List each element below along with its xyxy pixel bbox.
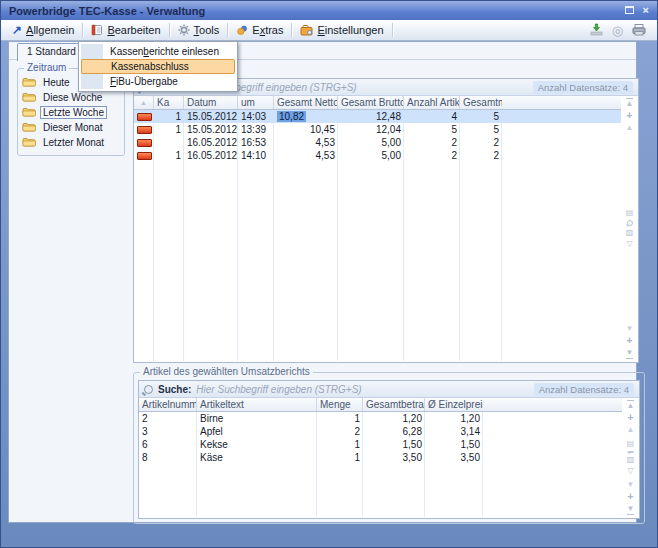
grid-navigator: ▲ + ▲ ▤ ▨ ▽ ▼ + ▼ bbox=[622, 98, 637, 359]
table-row[interactable]: 1 16.05.2012 /Mi 14:10 4,53 5,00 2 2 bbox=[134, 149, 621, 162]
report-icon bbox=[137, 152, 152, 160]
menu-label: Extras bbox=[252, 24, 283, 36]
menu-label: Einstellungen bbox=[317, 24, 383, 36]
grid-header: ▲ Ka Datum um Gesamt Netto Gesamt Brutto… bbox=[134, 96, 621, 110]
sidebar-item-diese-woche[interactable]: Diese Woche bbox=[22, 90, 124, 105]
column-header-netto[interactable]: Gesamt Netto bbox=[274, 96, 338, 109]
grid-body: 2 Birne 1 1,20 1,20 3 Apfel 2 6,28 3,14 bbox=[139, 412, 622, 517]
table-row[interactable]: 16.05.2012 /Mi 16:53 4,53 5,00 2 2 bbox=[134, 136, 621, 149]
filter-icon[interactable]: ▽ bbox=[627, 467, 633, 475]
folder-icon bbox=[22, 136, 36, 149]
menu-tools[interactable]: Tools bbox=[171, 22, 227, 38]
column-header-artikeltext[interactable]: Artikeltext bbox=[197, 398, 317, 411]
menu-einstellungen[interactable]: Einstellungen bbox=[293, 22, 390, 38]
report-icon bbox=[137, 113, 152, 121]
scroll-up-icon[interactable]: ▲ bbox=[627, 426, 635, 434]
menu-allgemein[interactable]: ↗ Allgemein bbox=[5, 22, 81, 38]
zoom-icon[interactable] bbox=[627, 220, 633, 226]
filter-icon[interactable]: ▽ bbox=[626, 240, 632, 248]
sidebar-item-dieser-monat[interactable]: Dieser Monat bbox=[22, 120, 124, 135]
table-row[interactable]: 6 Kekse 1 1,50 1,50 bbox=[139, 438, 622, 451]
edit-icon[interactable]: ▨ bbox=[626, 229, 634, 237]
zoom-icon[interactable] bbox=[628, 451, 634, 453]
window-title: Powerbridge TEC-Kasse - Verwaltung bbox=[9, 5, 205, 17]
column-header-gesamtbetrag[interactable]: Gesamtbetrag bbox=[363, 398, 425, 411]
column-header-artikel[interactable]: Anzahl Artikel bbox=[404, 96, 460, 109]
arrow-ne-icon: ↗ bbox=[12, 24, 22, 36]
close-icon[interactable]: × bbox=[643, 5, 649, 16]
menubar: ↗ Allgemein Bearbeiten Tools Extras Eins… bbox=[1, 20, 657, 41]
column-header-artikelnummer[interactable]: Artikelnummer bbox=[139, 398, 197, 411]
edit-book-icon bbox=[91, 24, 103, 36]
table-row[interactable]: 3 Apfel 2 6,28 3,14 bbox=[139, 425, 622, 438]
folder-icon bbox=[22, 106, 36, 119]
sidebar-item-letzte-woche[interactable]: Letzte Woche bbox=[22, 105, 124, 120]
menu-item-kassenberichte-einlesen[interactable]: Kassenberichte einlesen bbox=[81, 44, 235, 59]
record-count-badge: Anzahl Datensätze: 4 bbox=[533, 81, 633, 94]
search-bar[interactable]: Suche: Hier Suchbegriff eingeben (STRG+S… bbox=[139, 381, 639, 398]
column-header-menge[interactable]: Menge bbox=[317, 398, 363, 411]
grid-view-icon[interactable]: ▤ bbox=[626, 209, 634, 217]
column-header-ka[interactable]: Ka bbox=[154, 96, 184, 109]
page-down-icon[interactable]: + bbox=[628, 492, 634, 502]
scroll-down-icon[interactable]: ▼ bbox=[627, 481, 635, 489]
column-header-icon[interactable]: ▲ bbox=[134, 96, 154, 109]
selected-cell[interactable]: 10,82 bbox=[277, 111, 306, 122]
menu-separator bbox=[392, 23, 393, 37]
folder-icon bbox=[22, 76, 36, 89]
column-header-datum[interactable]: Datum bbox=[184, 96, 238, 109]
edit-icon[interactable]: ▨ bbox=[627, 456, 635, 464]
tab-standard[interactable]: 1 Standard bbox=[17, 43, 86, 61]
page-up-icon[interactable]: + bbox=[627, 111, 633, 121]
scroll-up-icon[interactable]: ▲ bbox=[626, 124, 634, 132]
print-icon[interactable] bbox=[631, 23, 647, 38]
column-header-brutto[interactable]: Gesamt Brutto▲ bbox=[338, 96, 404, 109]
report-icon bbox=[137, 126, 152, 134]
grid-navigator: ▲ + ▲ ▤ ▨ ▽ ▼ + ▼ bbox=[623, 400, 638, 515]
page-up-icon[interactable]: + bbox=[628, 413, 634, 423]
menu-item-fibu-uebergabe[interactable]: FiBu-Übergabe bbox=[81, 74, 235, 89]
group-label: Zeitraum bbox=[24, 62, 69, 73]
scroll-last-icon[interactable]: ▼ bbox=[626, 349, 634, 359]
table-row[interactable]: 1 15.05.2012 /Di 14:03 10,82 12,48 4 5 bbox=[134, 110, 621, 123]
scroll-down-icon[interactable]: ▼ bbox=[626, 325, 634, 333]
menu-bearbeiten[interactable]: Bearbeiten bbox=[84, 22, 167, 38]
sort-asc-icon: ▲ bbox=[140, 99, 147, 106]
grid-view-icon[interactable]: ▤ bbox=[627, 440, 635, 448]
artikel-panel: Suche: Hier Suchbegriff eingeben (STRG+S… bbox=[138, 380, 640, 519]
artikel-grid: Artikelnummer Artikeltext Menge Gesamtbe… bbox=[139, 398, 622, 517]
page-down-icon[interactable]: + bbox=[627, 336, 633, 346]
content-area: 1 Standard Zeitraum Heute Diese Woche Le… bbox=[8, 41, 637, 523]
menu-separator bbox=[82, 23, 83, 37]
column-header-einzelpreis[interactable]: Ø Einzelpreis bbox=[425, 398, 483, 411]
group-label: Artikel des gewählten Umsatzberichts bbox=[140, 366, 313, 377]
titlebar: Powerbridge TEC-Kasse - Verwaltung × bbox=[1, 1, 657, 20]
gear-icon bbox=[178, 24, 190, 36]
table-row[interactable]: 1 15.05.2012 /Di 13:39 10,45 12,04 5 5 bbox=[134, 123, 621, 136]
refresh-icon[interactable]: ◎ bbox=[612, 24, 623, 37]
artikel-groupbox: Artikel des gewählten Umsatzberichts Suc… bbox=[133, 372, 645, 524]
reports-grid: ▲ Ka Datum um Gesamt Netto Gesamt Brutto… bbox=[134, 96, 621, 361]
record-count-badge: Anzahl Datensätze: 4 bbox=[534, 383, 634, 396]
scroll-first-icon[interactable]: ▲ bbox=[626, 98, 634, 108]
column-header-menge[interactable]: Gesamtmeng bbox=[460, 96, 502, 109]
menu-extras[interactable]: Extras bbox=[229, 22, 290, 38]
menu-item-kassenabschluss[interactable]: Kassenabschluss bbox=[81, 59, 235, 74]
grid-header: Artikelnummer Artikeltext Menge Gesamtbe… bbox=[139, 398, 622, 412]
folder-icon bbox=[22, 121, 36, 134]
table-row[interactable]: 2 Birne 1 1,20 1,20 bbox=[139, 412, 622, 425]
scroll-last-icon[interactable]: ▼ bbox=[627, 505, 635, 515]
scroll-first-icon[interactable]: ▲ bbox=[627, 400, 635, 410]
menu-separator bbox=[169, 23, 170, 37]
column-header-um[interactable]: um bbox=[238, 96, 274, 109]
umsatzberichte-panel: Suche: Hier Suchbegriff eingeben (STRG+S… bbox=[133, 78, 639, 363]
folder-icon bbox=[22, 91, 36, 104]
sidebar-item-letzter-monat[interactable]: Letzter Monat bbox=[22, 135, 124, 150]
search-icon bbox=[144, 385, 153, 394]
restore-icon[interactable] bbox=[625, 5, 634, 16]
import-icon[interactable] bbox=[589, 23, 604, 38]
menu-separator bbox=[227, 23, 228, 37]
table-row[interactable]: 8 Käse 1 3,50 3,50 bbox=[139, 451, 622, 464]
extras-balls-icon bbox=[236, 24, 248, 36]
search-placeholder: Hier Suchbegriff eingeben (STRG+S) bbox=[196, 384, 361, 395]
